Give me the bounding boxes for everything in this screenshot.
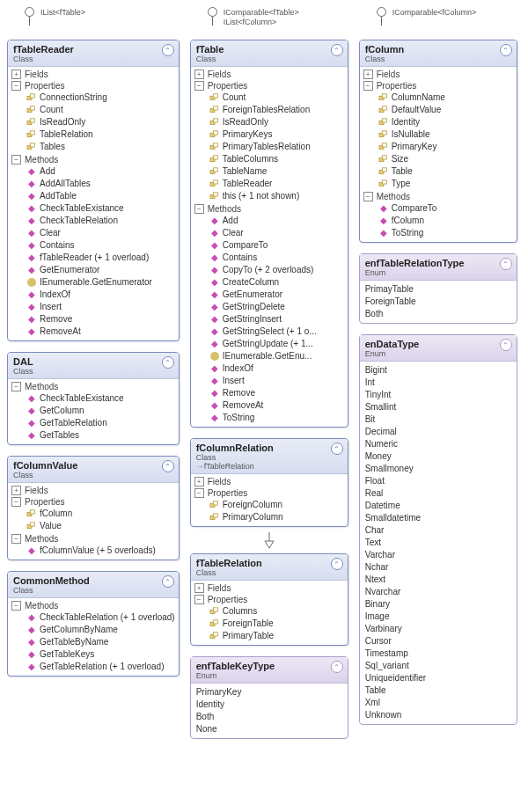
method-item: ◆IndexOf — [8, 289, 179, 301]
section-properties[interactable]: −Properties — [191, 487, 348, 499]
section-properties[interactable]: −Properties — [191, 80, 348, 91]
collapse-button[interactable]: ⌃ — [162, 356, 174, 369]
enum-stereotype: Enum — [365, 349, 511, 358]
item-label: IsReadOnly — [40, 116, 85, 128]
item-label: CheckTableExistance — [40, 392, 124, 405]
item-label: CreateColumn — [223, 276, 279, 289]
collapse-button[interactable]: ⌃ — [500, 339, 512, 351]
svg-rect-9 — [30, 143, 34, 147]
section-properties[interactable]: −Properties — [360, 80, 517, 91]
section-fields[interactable]: +Fields — [191, 476, 348, 487]
item-label: Clear — [223, 227, 244, 239]
section-methods[interactable]: −Methods — [191, 203, 348, 215]
enum-enftablerelationtype: enfTableRelationType Enum ⌃ PrimayTableF… — [359, 253, 517, 324]
property-item: PrimaryColumn — [191, 511, 348, 523]
collapse-button[interactable]: ⌃ — [162, 460, 174, 472]
item-label: Tables — [40, 141, 65, 153]
class-fcolumn: fColumn Class ⌃ +Fields −Properties Colu… — [359, 40, 517, 243]
class-stereotype: Class — [13, 55, 173, 63]
enum-value: Bit — [365, 413, 511, 426]
column-2: IComparable<fTable> IList<fColumn> fTabl… — [190, 7, 348, 739]
class-fcolumnrelation: fColumnRelation Class →fTableRelation ⌃ … — [190, 438, 348, 527]
methods-list: ◆CheckTableExistance◆GetColumn◆GetTableR… — [8, 392, 179, 443]
section-methods[interactable]: −Methods — [8, 154, 179, 165]
lollipop-fcolumn: IComparable<fColumn> — [359, 7, 517, 29]
enum-stereotype: Enum — [365, 268, 511, 277]
section-methods[interactable]: −Methods — [8, 533, 179, 545]
property-icon — [209, 632, 221, 640]
enum-value: Smallmoney — [365, 463, 511, 475]
section-properties[interactable]: −Properties — [8, 496, 179, 508]
property-item: Tables — [8, 141, 179, 153]
method-icon: ◆ — [378, 215, 390, 227]
method-item: ◆IndexOf — [191, 362, 348, 375]
methods-list: ◆CompareTo◆fColumn◆ToString — [360, 202, 517, 240]
section-fields[interactable]: +Fields — [8, 69, 179, 80]
class-stereotype: Class — [13, 471, 173, 479]
property-icon — [209, 192, 221, 201]
collapse-button[interactable]: ⌃ — [331, 558, 343, 570]
property-item: PrimaryKey — [360, 141, 517, 153]
section-methods[interactable]: −Methods — [360, 191, 517, 202]
method-icon: ◆ — [26, 215, 38, 227]
method-icon: ◆ — [209, 239, 221, 252]
property-item: ConnectionString — [8, 91, 179, 104]
item-label: Add — [223, 215, 238, 227]
method-icon: ◆ — [26, 239, 38, 252]
property-icon — [209, 143, 221, 151]
svg-rect-35 — [213, 514, 217, 517]
class-name: fTableRelation — [196, 558, 342, 568]
item-label: Insert — [223, 375, 245, 387]
method-icon: ◆ — [209, 412, 221, 424]
svg-rect-53 — [382, 143, 386, 147]
method-icon: ◆ — [209, 301, 221, 313]
item-label: PrimaryTablesRelation — [223, 141, 311, 153]
method-item: ◆Insert — [8, 301, 179, 313]
enum-value: Xml — [365, 697, 511, 709]
property-item: this (+ 1 not shown) — [191, 190, 348, 202]
enum-value: Float — [365, 475, 511, 487]
collapse-button[interactable]: ⌃ — [162, 44, 174, 56]
collapse-button[interactable]: ⌃ — [162, 575, 174, 588]
item-label: ForeignTablesRelation — [223, 104, 311, 116]
item-label: Remove — [40, 313, 72, 326]
item-label: TableRelation — [40, 128, 93, 141]
method-item: ◆ToString — [191, 412, 348, 424]
item-label: AddAllTables — [40, 178, 91, 190]
section-title: Methods — [377, 192, 410, 201]
property-item: ForeignTablesRelation — [191, 104, 348, 116]
section-title: Properties — [25, 497, 65, 507]
collapse-button[interactable]: ⌃ — [331, 44, 343, 56]
base-class: →fTableRelation — [196, 462, 342, 471]
collapse-button[interactable]: ⌃ — [500, 44, 512, 56]
property-icon — [26, 130, 38, 139]
method-icon: ◆ — [26, 326, 38, 338]
enum-items: PrimaryKeyIdentityBothNone — [191, 684, 348, 738]
property-icon — [378, 130, 390, 139]
properties-list: CountForeignTablesRelationIsReadOnlyPrim… — [191, 91, 348, 203]
section-fields[interactable]: +Fields — [191, 69, 348, 80]
svg-rect-7 — [30, 131, 34, 135]
collapse-button[interactable]: ⌃ — [331, 661, 343, 673]
item-label: IndexOf — [223, 362, 253, 375]
section-methods[interactable]: −Methods — [8, 381, 179, 392]
method-item: ◆RemoveAt — [8, 326, 179, 338]
section-fields[interactable]: +Fields — [360, 69, 517, 80]
section-fields[interactable]: +Fields — [8, 485, 179, 496]
properties-list: ConnectionStringCountIsReadOnlyTableRela… — [8, 91, 179, 154]
class-header: fColumn Class ⌃ — [360, 40, 517, 67]
property-icon — [26, 93, 38, 102]
method-item: ◆GetStringInsert — [191, 313, 348, 326]
class-name: fColumnRelation — [196, 443, 342, 453]
collapse-button[interactable]: ⌃ — [500, 258, 512, 270]
item-label: ForeignColumn — [223, 499, 282, 511]
collapse-button[interactable]: ⌃ — [331, 443, 343, 455]
section-fields[interactable]: +Fields — [191, 582, 348, 594]
section-properties[interactable]: −Properties — [8, 80, 179, 91]
item-label: GetStringInsert — [223, 313, 282, 326]
method-item: ◆GetEnumerator — [8, 264, 179, 276]
section-properties[interactable]: −Properties — [191, 594, 348, 605]
item-label: Count — [40, 104, 63, 116]
section-methods[interactable]: −Methods — [8, 600, 179, 611]
class-ftable: fTable Class ⌃ +Fields −Properties Count… — [190, 40, 348, 428]
